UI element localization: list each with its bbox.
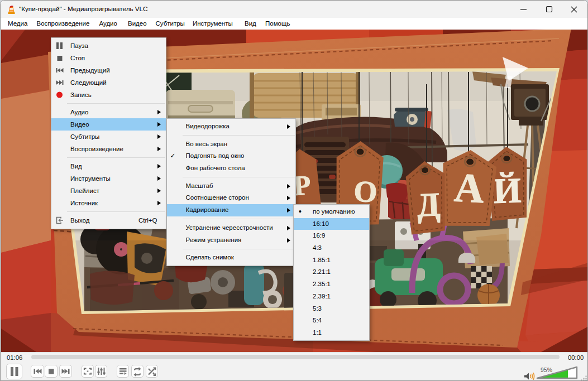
- svg-text:Д: Д: [416, 186, 441, 224]
- svg-text:Й: Й: [493, 170, 522, 211]
- svg-text:А: А: [453, 165, 485, 212]
- svg-text:О: О: [353, 175, 378, 209]
